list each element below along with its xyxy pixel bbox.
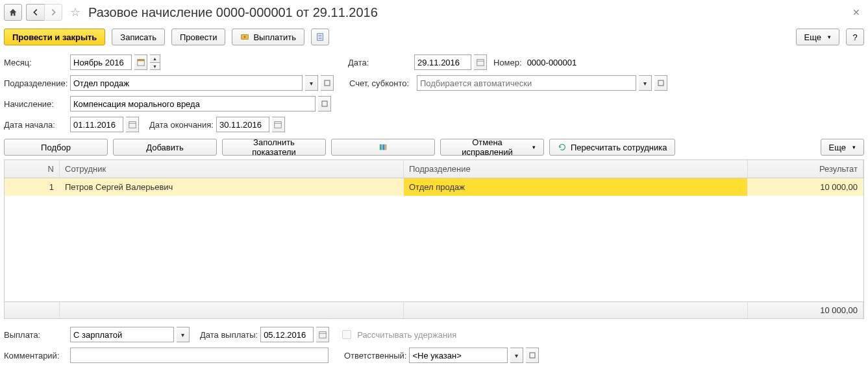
end-date-label: Дата окончания: — [149, 120, 214, 130]
responsible-open-button[interactable] — [526, 348, 539, 363]
date-label: Дата: — [348, 58, 387, 67]
month-field[interactable] — [70, 54, 132, 70]
svg-rect-18 — [382, 145, 385, 150]
department-label: Подразделение: — [4, 78, 68, 88]
calendar-icon — [476, 58, 485, 67]
col-header-n[interactable]: N — [5, 160, 60, 178]
payment-field[interactable] — [70, 327, 174, 342]
month-calendar-button[interactable] — [134, 54, 147, 70]
start-date-label: Дата начала: — [4, 120, 68, 130]
recalculate-label: Пересчитать сотрудника — [571, 143, 667, 152]
table-columns-icon — [378, 143, 388, 152]
payment-dropdown-button[interactable]: ▾ — [177, 327, 190, 342]
svg-rect-22 — [530, 353, 535, 358]
write-button[interactable]: Записать — [112, 29, 165, 45]
pay-date-label: Дата выплаты: — [200, 330, 258, 340]
responsible-field[interactable] — [409, 348, 508, 363]
table-row[interactable]: 1 Петров Сергей Валерьевич Отдел продаж … — [5, 178, 863, 196]
account-open-button[interactable] — [654, 75, 667, 91]
comment-field[interactable] — [70, 348, 329, 363]
svg-rect-15 — [275, 122, 282, 128]
calendar-icon — [128, 120, 137, 129]
employees-grid[interactable]: N Сотрудник Подразделение Результат 1 Пе… — [4, 159, 864, 319]
start-date-field[interactable] — [70, 117, 123, 132]
add-button[interactable]: Добавить — [113, 139, 217, 156]
number-field[interactable] — [525, 54, 596, 70]
col-header-employee[interactable]: Сотрудник — [60, 160, 404, 178]
close-button[interactable]: ✕ — [849, 7, 864, 18]
pay-date-calendar-button[interactable] — [316, 327, 329, 342]
open-icon — [529, 352, 536, 359]
svg-rect-11 — [658, 80, 663, 86]
calc-hold-checkbox — [342, 330, 351, 339]
footer-total: 10 000,00 — [748, 302, 863, 318]
cell-employee: Петров Сергей Валерьевич — [60, 178, 404, 196]
svg-rect-17 — [380, 145, 382, 150]
date-calendar-button[interactable] — [474, 54, 487, 70]
calendar-icon — [318, 330, 327, 339]
favorite-star-icon[interactable]: ☆ — [70, 5, 81, 19]
start-date-calendar-button[interactable] — [126, 117, 139, 132]
accrual-open-button[interactable] — [318, 96, 331, 112]
svg-point-1 — [244, 36, 247, 38]
date-field[interactable] — [414, 54, 471, 70]
open-icon — [321, 100, 328, 107]
col-header-department[interactable]: Подразделение — [404, 160, 748, 178]
department-field[interactable] — [70, 75, 303, 91]
open-icon — [324, 80, 330, 86]
month-label: Месяц: — [4, 58, 68, 67]
post-button[interactable]: Провести — [171, 29, 226, 45]
arrow-left-icon — [31, 8, 40, 17]
svg-rect-19 — [386, 145, 387, 150]
account-label: Счет, субконто: — [349, 78, 414, 88]
page-title: Разовое начисление 0000-000001 от 29.11.… — [88, 5, 845, 20]
footer-employee — [60, 302, 404, 318]
responsible-dropdown-button[interactable]: ▾ — [510, 348, 523, 363]
forward-button[interactable] — [44, 4, 62, 21]
table-more-button[interactable]: Еще — [821, 139, 864, 156]
cell-department: Отдел продаж — [404, 178, 748, 196]
cancel-corrections-button[interactable]: Отмена исправлений — [440, 139, 544, 156]
more-button[interactable]: Еще — [796, 29, 839, 45]
home-button[interactable] — [4, 4, 22, 21]
cancel-corrections-label: Отмена исправлений — [449, 137, 526, 157]
month-down-button[interactable]: ▼ — [150, 62, 160, 70]
help-button[interactable]: ? — [846, 29, 864, 45]
fill-indicators-button[interactable]: Заполнить показатели — [222, 139, 326, 156]
accrual-field[interactable] — [70, 96, 316, 112]
responsible-label: Ответственный: — [344, 351, 406, 360]
footer-department — [404, 302, 748, 318]
back-button[interactable] — [26, 4, 44, 21]
pay-button-label: Выплатить — [253, 32, 296, 42]
col-header-result[interactable]: Результат — [748, 160, 863, 178]
svg-rect-8 — [477, 60, 484, 66]
cell-result: 10 000,00 — [748, 178, 863, 196]
month-up-button[interactable]: ▲ — [150, 54, 160, 62]
svg-rect-12 — [322, 101, 327, 106]
payment-label: Выплата: — [4, 330, 68, 340]
department-open-button[interactable] — [321, 75, 334, 91]
pay-button[interactable]: Выплатить — [232, 29, 304, 45]
account-field[interactable] — [417, 75, 636, 91]
cell-n: 1 — [5, 178, 60, 196]
list-icon — [316, 32, 325, 41]
post-and-close-button[interactable]: Провести и закрыть — [4, 29, 105, 45]
arrow-right-icon — [49, 8, 58, 17]
account-dropdown-button[interactable]: ▾ — [639, 75, 652, 91]
calc-hold-label: Рассчитывать удержания — [357, 330, 456, 340]
svg-rect-10 — [325, 80, 330, 86]
report-button[interactable] — [311, 29, 329, 45]
department-dropdown-button[interactable]: ▾ — [305, 75, 318, 91]
money-icon — [240, 32, 249, 41]
columns-setup-button[interactable] — [331, 139, 435, 156]
calendar-icon — [273, 120, 282, 129]
footer-n — [5, 302, 60, 318]
recalculate-button[interactable]: Пересчитать сотрудника — [549, 139, 675, 156]
end-date-field[interactable] — [216, 117, 269, 132]
pay-date-field[interactable] — [260, 327, 314, 342]
number-label: Номер: — [493, 58, 522, 67]
selection-button[interactable]: Подбор — [4, 139, 108, 156]
open-icon — [658, 80, 664, 86]
end-date-calendar-button[interactable] — [272, 117, 285, 132]
svg-rect-13 — [129, 122, 136, 128]
